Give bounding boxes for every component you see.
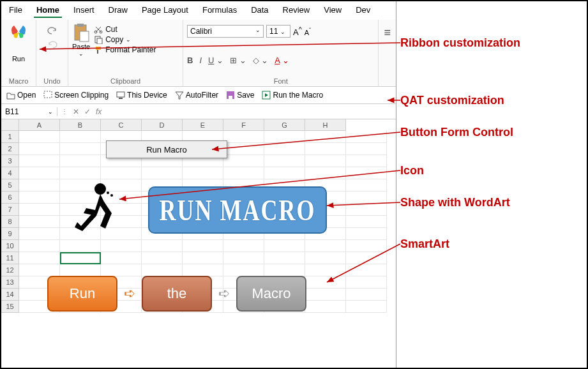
cell[interactable]: [60, 167, 101, 179]
cell[interactable]: [346, 252, 387, 264]
cell[interactable]: [101, 240, 142, 252]
cell[interactable]: [305, 276, 346, 289]
underline-button[interactable]: U ⌄: [208, 56, 223, 65]
cell[interactable]: [19, 252, 60, 264]
smartart-node[interactable]: Macro: [236, 276, 306, 312]
tab-file[interactable]: File: [6, 3, 25, 18]
cell[interactable]: [19, 228, 60, 240]
col-header[interactable]: C: [101, 119, 142, 131]
wordart-shape[interactable]: RUN MACRO: [148, 186, 327, 234]
cell[interactable]: [264, 143, 305, 155]
copy-button[interactable]: Copy ⌄: [94, 35, 156, 44]
cell[interactable]: [19, 155, 60, 167]
form-control-button[interactable]: Run Macro: [106, 140, 227, 158]
cell[interactable]: [19, 131, 60, 143]
cell[interactable]: [346, 204, 387, 216]
italic-button[interactable]: I: [199, 56, 202, 65]
qat-save[interactable]: Save: [226, 91, 254, 100]
cell[interactable]: [142, 240, 183, 252]
row-header[interactable]: 13: [1, 276, 19, 289]
row-header[interactable]: 7: [1, 204, 19, 216]
row-header[interactable]: 12: [1, 264, 19, 276]
cell[interactable]: [346, 131, 387, 143]
cell[interactable]: [19, 192, 60, 204]
cell[interactable]: [346, 167, 387, 179]
col-header[interactable]: B: [60, 119, 101, 131]
cell[interactable]: [60, 252, 101, 264]
fx-icon[interactable]: fx: [96, 107, 102, 116]
cell[interactable]: [264, 252, 305, 264]
cell[interactable]: [19, 264, 60, 276]
cell[interactable]: [346, 192, 387, 204]
cell[interactable]: [264, 240, 305, 252]
cell[interactable]: [305, 167, 346, 179]
cell[interactable]: [183, 252, 223, 264]
cell[interactable]: [183, 167, 223, 179]
qat-screen-clipping[interactable]: Screen Clipping: [43, 91, 109, 100]
select-all-corner[interactable]: [1, 119, 19, 131]
cell[interactable]: [346, 143, 387, 155]
cell[interactable]: [305, 264, 346, 276]
name-box[interactable]: B11⌄: [1, 107, 57, 116]
decrease-font-icon[interactable]: Aˇ: [305, 27, 311, 36]
cell[interactable]: [142, 252, 183, 264]
tab-home[interactable]: Home: [34, 3, 62, 18]
cell[interactable]: [346, 155, 387, 167]
border-button[interactable]: ⊞ ⌄: [230, 56, 246, 65]
bold-button[interactable]: B: [187, 56, 193, 65]
tab-data[interactable]: Data: [248, 3, 271, 18]
row-header[interactable]: 9: [1, 228, 19, 240]
cell[interactable]: [183, 264, 223, 276]
font-color-button[interactable]: A ⌄: [275, 56, 289, 65]
cell[interactable]: [223, 167, 264, 179]
row-header[interactable]: 2: [1, 143, 19, 155]
row-header[interactable]: 3: [1, 155, 19, 167]
cell[interactable]: [19, 204, 60, 216]
smartart-node[interactable]: Run: [47, 276, 117, 312]
cell[interactable]: [305, 155, 346, 167]
cell[interactable]: [142, 167, 183, 179]
cell[interactable]: [19, 143, 60, 155]
cell[interactable]: [264, 131, 305, 143]
cell[interactable]: [346, 228, 387, 240]
cell[interactable]: [346, 301, 387, 313]
col-header[interactable]: H: [305, 119, 346, 131]
format-painter-button[interactable]: Format Painter: [94, 45, 156, 54]
cell[interactable]: [223, 264, 264, 276]
font-name-select[interactable]: Calibri ⌄: [187, 25, 264, 38]
row-header[interactable]: 15: [1, 301, 19, 313]
cell[interactable]: [60, 131, 101, 143]
undo-icon[interactable]: [47, 26, 58, 35]
cell[interactable]: [346, 276, 387, 289]
cell[interactable]: [346, 240, 387, 252]
cell[interactable]: [305, 131, 346, 143]
row-header[interactable]: 8: [1, 216, 19, 228]
cell[interactable]: [60, 155, 101, 167]
cell[interactable]: [223, 131, 264, 143]
cell[interactable]: [305, 240, 346, 252]
tab-insert[interactable]: Insert: [71, 3, 97, 18]
paste-button[interactable]: Paste ⌄: [72, 22, 90, 57]
confirm-icon[interactable]: ✓: [84, 107, 91, 116]
row-header[interactable]: 4: [1, 167, 19, 179]
ribbon-overflow-icon[interactable]: ≡: [379, 20, 396, 86]
cell[interactable]: [305, 289, 346, 301]
cell[interactable]: [101, 264, 142, 276]
redo-icon[interactable]: [47, 40, 58, 49]
col-header[interactable]: E: [183, 119, 223, 131]
cell[interactable]: [183, 240, 223, 252]
cell[interactable]: [101, 252, 142, 264]
running-person-icon[interactable]: [68, 181, 119, 239]
qat-open[interactable]: Open: [6, 91, 36, 100]
cut-button[interactable]: Cut: [94, 25, 156, 34]
cell[interactable]: [223, 252, 264, 264]
butterfly-icon[interactable]: [9, 22, 28, 41]
cell[interactable]: [101, 167, 142, 179]
cell[interactable]: [223, 240, 264, 252]
col-header[interactable]: G: [264, 119, 305, 131]
row-header[interactable]: 10: [1, 240, 19, 252]
cell[interactable]: [60, 240, 101, 252]
qat-run-macro[interactable]: Run the Macro: [262, 91, 323, 100]
tab-page-layout[interactable]: Page Layout: [139, 3, 191, 18]
col-header[interactable]: D: [142, 119, 183, 131]
